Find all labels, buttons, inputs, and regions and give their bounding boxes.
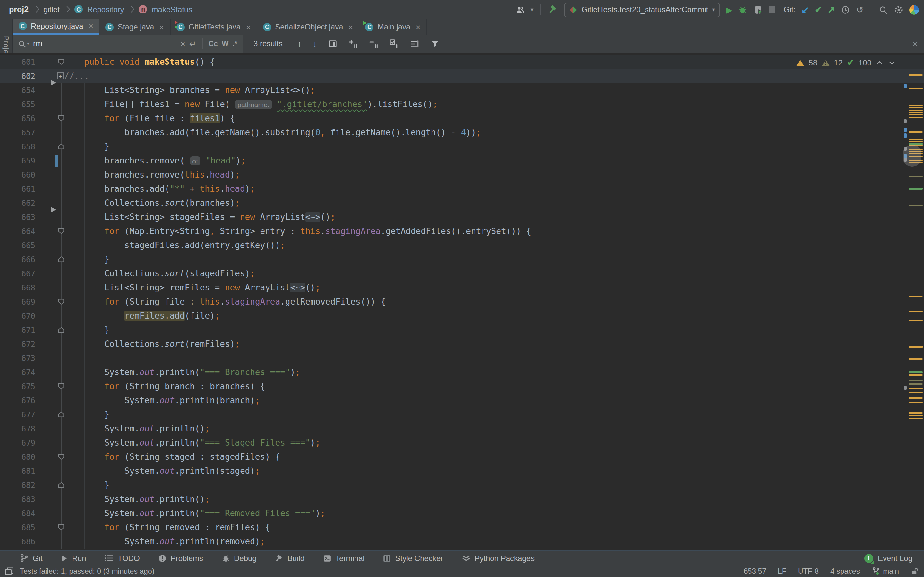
code-line-659[interactable]: 659 branches.remove( o: "head"); bbox=[0, 154, 924, 168]
users-icon[interactable] bbox=[515, 5, 525, 15]
code-line-686[interactable]: 686 System.out.println(removed); bbox=[0, 535, 924, 549]
match-case-toggle[interactable]: Cc bbox=[208, 40, 218, 47]
add-occurrence-button[interactable] bbox=[349, 39, 359, 48]
fold-marker-start[interactable] bbox=[58, 524, 64, 530]
line-number[interactable]: 680 bbox=[0, 450, 35, 464]
code-line-654[interactable]: 654 List<String> branches = new ArrayLis… bbox=[0, 83, 924, 97]
git-branch-widget[interactable]: main bbox=[871, 567, 899, 576]
tool-window-button-build[interactable]: Build bbox=[275, 554, 304, 562]
line-number[interactable]: 676 bbox=[0, 394, 35, 408]
fold-marker-end[interactable] bbox=[58, 143, 64, 149]
expand-fold-icon[interactable]: + bbox=[57, 73, 63, 79]
code-line-670[interactable]: 670 remFiles.add(file); bbox=[0, 309, 924, 323]
line-number[interactable]: 669 bbox=[0, 295, 35, 309]
search-options-button[interactable] bbox=[410, 39, 420, 48]
unlock-icon[interactable] bbox=[911, 567, 919, 575]
code-line-678[interactable]: 678 System.out.println(); bbox=[0, 422, 924, 436]
code-line-655[interactable]: 655 File[] files1 = new File( pathname: … bbox=[0, 97, 924, 111]
next-occurrence-button[interactable]: ↓ bbox=[313, 39, 317, 49]
line-number[interactable]: 656 bbox=[0, 111, 35, 126]
new-line-icon[interactable]: ↵ bbox=[189, 39, 196, 48]
code-line-684[interactable]: 684 System.out.println("=== Removed File… bbox=[0, 506, 924, 521]
code-line-660[interactable]: 660 branches.remove(this.head); bbox=[0, 168, 924, 182]
code-line-663[interactable]: 663 List<String> stagedFiles = new Array… bbox=[0, 210, 924, 224]
event-log-button[interactable]: 1Event Log bbox=[864, 554, 913, 562]
rollback-button[interactable]: ↺ bbox=[856, 5, 864, 15]
search-query[interactable]: rm bbox=[33, 39, 177, 48]
code-line-662[interactable]: 662 Collections.sort(branches); bbox=[0, 196, 924, 210]
breadcrumb-item[interactable]: makeStatus bbox=[152, 5, 192, 14]
line-number[interactable]: 661 bbox=[0, 182, 35, 196]
code-line-675[interactable]: 675 for (String branch : branches) { bbox=[0, 380, 924, 394]
code-line-676[interactable]: 676 System.out.println(branch); bbox=[0, 394, 924, 408]
line-number[interactable]: 660 bbox=[0, 168, 35, 182]
words-toggle[interactable]: W bbox=[222, 40, 229, 47]
fold-marker-start[interactable] bbox=[58, 228, 64, 234]
close-icon[interactable]: × bbox=[246, 22, 250, 32]
close-icon[interactable]: × bbox=[159, 22, 164, 32]
code-line-682[interactable]: 682 } bbox=[0, 478, 924, 492]
restore-layout-icon[interactable] bbox=[5, 566, 14, 576]
tool-window-button-todo[interactable]: TODO bbox=[104, 553, 140, 563]
line-number[interactable]: 602 bbox=[0, 69, 35, 83]
encoding[interactable]: UTF-8 bbox=[798, 567, 819, 575]
close-icon[interactable]: × bbox=[89, 21, 94, 31]
select-all-occurrences-button[interactable] bbox=[390, 39, 399, 48]
fold-marker-end[interactable] bbox=[58, 412, 64, 417]
git-push-button[interactable]: ↗ bbox=[827, 5, 835, 15]
line-number[interactable]: 674 bbox=[0, 366, 35, 380]
code-line-677[interactable]: 677 } bbox=[0, 408, 924, 422]
line-number[interactable]: 655 bbox=[0, 97, 35, 111]
code-line-672[interactable]: 672 Collections.sort(remFiles); bbox=[0, 337, 924, 351]
fold-marker-end[interactable] bbox=[58, 482, 64, 488]
line-number[interactable]: 657 bbox=[0, 126, 35, 140]
fold-marker-end[interactable] bbox=[58, 327, 64, 333]
code-line-601[interactable]: 601 public void makeStatus() { bbox=[0, 55, 924, 69]
history-button[interactable] bbox=[841, 5, 851, 15]
git-commit-button[interactable]: ✔ bbox=[814, 5, 822, 15]
code-line-681[interactable]: 681 System.out.println(staged); bbox=[0, 464, 924, 478]
code-line-657[interactable]: 657 branches.add(file.getName().substrin… bbox=[0, 126, 924, 140]
line-number[interactable]: 668 bbox=[0, 281, 35, 295]
line-ending[interactable]: LF bbox=[778, 567, 787, 575]
stop-button[interactable] bbox=[769, 6, 775, 13]
debug-button[interactable] bbox=[738, 5, 748, 15]
code-line-665[interactable]: 665 stagedFiles.add(entry.getKey()); bbox=[0, 239, 924, 253]
chevron-down-icon[interactable]: ▾ bbox=[531, 6, 533, 13]
indent-setting[interactable]: 4 spaces bbox=[830, 567, 860, 575]
line-number[interactable]: 666 bbox=[0, 253, 35, 267]
code-line-656[interactable]: 656 for (File file : files1) { bbox=[0, 111, 924, 126]
line-number[interactable]: 685 bbox=[0, 521, 35, 535]
breadcrumb-item[interactable]: proj2 bbox=[9, 5, 29, 14]
git-update-button[interactable]: ↙ bbox=[801, 5, 809, 15]
line-number[interactable]: 683 bbox=[0, 492, 35, 506]
line-number[interactable]: 665 bbox=[0, 239, 35, 253]
tab-gitlettests-java[interactable]: CGitletTests.java× bbox=[170, 19, 257, 35]
code-line-658[interactable]: 658 } bbox=[0, 140, 924, 154]
code-editor[interactable]: 601 public void makeStatus() {602+//...6… bbox=[0, 53, 924, 550]
search-everywhere-button[interactable] bbox=[879, 5, 888, 15]
code-line-671[interactable]: 671 } bbox=[0, 323, 924, 337]
line-number[interactable]: 670 bbox=[0, 309, 35, 323]
previous-problem-icon[interactable] bbox=[876, 59, 884, 66]
tab-stage-java[interactable]: CStage.java× bbox=[100, 19, 171, 35]
line-number[interactable]: 667 bbox=[0, 267, 35, 281]
line-number[interactable]: 673 bbox=[0, 351, 35, 366]
caret-position[interactable]: 653:57 bbox=[744, 567, 766, 575]
regex-toggle[interactable]: .* bbox=[233, 40, 237, 47]
line-number[interactable]: 662 bbox=[0, 196, 35, 210]
remove-occurrence-button[interactable] bbox=[369, 39, 379, 48]
tool-window-button-python-packages[interactable]: Python Packages bbox=[461, 553, 535, 563]
code-line-668[interactable]: 668 List<String> remFiles = new ArrayLis… bbox=[0, 281, 924, 295]
line-number[interactable]: 675 bbox=[0, 380, 35, 394]
code-line-674[interactable]: 674 System.out.println("=== Branches ===… bbox=[0, 366, 924, 380]
code-line-685[interactable]: 685 for (String removed : remFiles) { bbox=[0, 521, 924, 535]
close-icon[interactable]: × bbox=[415, 22, 420, 32]
tool-window-button-debug[interactable]: Debug bbox=[221, 554, 257, 562]
run-configuration-select[interactable]: GitletTests.test20_statusAfterCommit ▾ bbox=[564, 2, 720, 17]
run-with-coverage-button[interactable] bbox=[753, 5, 763, 15]
fold-marker-end[interactable] bbox=[58, 256, 64, 262]
code-line-683[interactable]: 683 System.out.println(); bbox=[0, 492, 924, 506]
code-line-679[interactable]: 679 System.out.println("=== Staged Files… bbox=[0, 436, 924, 450]
clear-search-icon[interactable]: × bbox=[181, 39, 186, 48]
